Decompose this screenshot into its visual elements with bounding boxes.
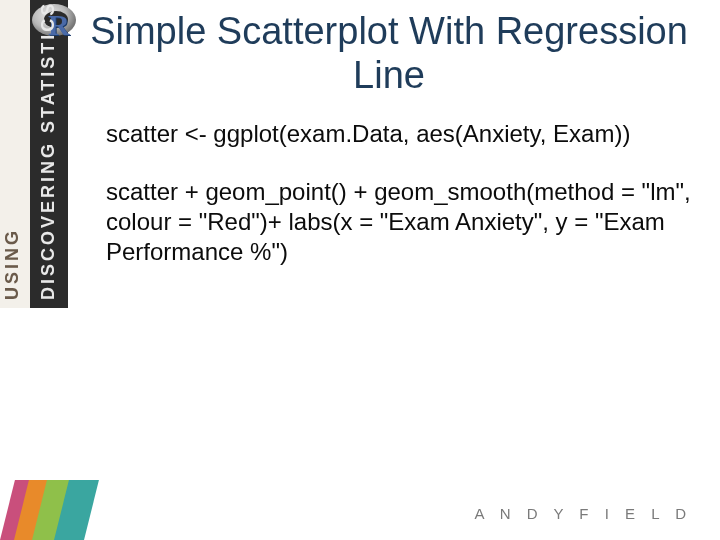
sidebar-text-discovering: DISCOVERING STATISTICS: [38, 1, 59, 300]
footer-color-stripe: [0, 480, 100, 540]
code-line-2: scatter + geom_point() + geom_smooth(met…: [78, 177, 700, 267]
slide-content: Simple Scatterplot With Regression Line …: [78, 10, 700, 295]
left-sidebar: USING R DISCOVERING STATISTICS: [0, 0, 68, 308]
sidebar-column-using: USING: [0, 0, 30, 308]
code-line-1: scatter <- ggplot(exam.Data, aes(Anxiety…: [78, 119, 700, 149]
sidebar-text-using: USING: [2, 228, 23, 300]
sidebar-column-discovering: R DISCOVERING STATISTICS: [30, 0, 68, 308]
footer-author: A N D Y F I E L D: [474, 505, 692, 522]
slide-title: Simple Scatterplot With Regression Line: [78, 10, 700, 97]
